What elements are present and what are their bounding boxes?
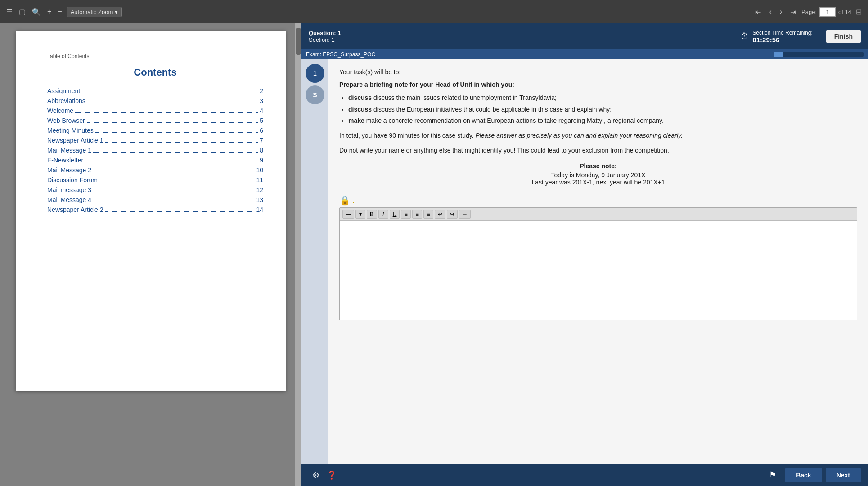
please-note-section: Please note: Today is Monday, 9 January … xyxy=(339,162,857,186)
editor-btn-redo[interactable]: ↪ xyxy=(447,210,458,219)
toc-item-13[interactable]: Newspaper Article 2 14 xyxy=(47,206,263,213)
toc-page: 11 xyxy=(256,176,263,184)
toc-page: 7 xyxy=(260,137,263,144)
timer-info: Section Time Remaining: 01:29:56 xyxy=(752,30,812,44)
page-total: of 14 xyxy=(838,9,851,15)
timer-value: 01:29:56 xyxy=(752,36,812,44)
toc-page: 14 xyxy=(256,206,263,213)
editor-content[interactable] xyxy=(340,221,857,320)
pdf-scrollbar-thumb[interactable] xyxy=(296,28,301,55)
toc-title: Web Browser xyxy=(47,117,85,124)
finish-button[interactable]: Finish xyxy=(826,30,861,43)
question-nav-1[interactable]: 1 xyxy=(306,64,324,83)
search-icon[interactable]: 🔍 xyxy=(30,6,43,18)
exam-timer: ⏱ Section Time Remaining: 01:29:56 xyxy=(741,30,812,44)
question-info: Question: 1 Section: 1 xyxy=(309,30,341,43)
first-page-button[interactable]: ⇤ xyxy=(752,6,764,18)
sidebar-toggle-icon[interactable]: ☰ xyxy=(4,6,14,18)
pdf-toolbar: ☰ ▢ 🔍 + − Automatic Zoom ▾ ⇤ ‹ › ⇥ Page:… xyxy=(0,0,868,23)
zoom-out-icon[interactable]: − xyxy=(56,6,63,18)
page-controls: ⇤ ‹ › ⇥ Page: of 14 ⊞ xyxy=(752,6,864,18)
next-button[interactable]: Next xyxy=(826,468,861,482)
toc-item-3[interactable]: Welcome 4 xyxy=(47,107,263,114)
toc-page: 5 xyxy=(260,117,263,124)
toc-item-9[interactable]: Mail Message 2 10 xyxy=(47,166,263,174)
question-nav-s[interactable]: S xyxy=(306,86,324,104)
toc-title: Newspaper Article 1 xyxy=(47,137,103,144)
toc-title: Abbreviations xyxy=(47,97,85,104)
exam-question-content: Your task(s) will be to: Prepare a brief… xyxy=(328,59,868,464)
answer-editor: — ▾ B I U ≡ ≡ ≡ ↩ ↪ → xyxy=(339,207,857,320)
toc-title: Newspaper Article 2 xyxy=(47,206,103,213)
page-label: Page: xyxy=(801,9,817,15)
pdf-scrollbar[interactable] xyxy=(295,23,301,486)
toc-title: Welcome xyxy=(47,107,73,114)
toc-item-10[interactable]: Discussion Forum 11 xyxy=(47,176,263,184)
exam-progress-bar xyxy=(774,52,864,57)
today-date: Today is Monday, 9 January 201X xyxy=(339,171,857,179)
zoom-label: Automatic Zoom xyxy=(71,9,113,15)
editor-btn-dash[interactable]: — xyxy=(342,210,354,219)
flag-icon[interactable]: ⚑ xyxy=(764,468,782,482)
editor-btn-undo[interactable]: ↩ xyxy=(435,210,445,219)
exam-bottom-bar: ⚙ ❓ ⚑ Back Next xyxy=(301,464,868,486)
view-toggle-icon[interactable]: ▢ xyxy=(17,6,27,18)
prev-page-button[interactable]: ‹ xyxy=(766,6,774,18)
toc-dots xyxy=(87,117,258,123)
editor-btn-dropdown[interactable]: ▾ xyxy=(355,210,365,219)
toc-title: Meeting Minutes xyxy=(47,127,94,134)
toc-item-4[interactable]: Web Browser 5 xyxy=(47,117,263,124)
toc-dots xyxy=(105,206,255,212)
task-list: discuss discuss the main issues related … xyxy=(348,94,857,126)
editor-btn-align-right[interactable]: ≡ xyxy=(423,210,433,219)
help-icon[interactable]: ❓ xyxy=(323,468,340,482)
toc-dots xyxy=(87,97,258,103)
toc-item-6[interactable]: Newspaper Article 1 7 xyxy=(47,137,263,144)
last-year: Last year was 201X-1, next year will be … xyxy=(339,179,857,186)
toc-item-11[interactable]: Mail message 3 12 xyxy=(47,186,263,194)
toc-item-12[interactable]: Mail Message 4 13 xyxy=(47,196,263,203)
toc-dots xyxy=(82,87,258,93)
task-note: In total, you have 90 minutes for this c… xyxy=(339,131,857,140)
toc-title: E-Newsletter xyxy=(47,157,83,164)
toc-page: 10 xyxy=(256,166,263,174)
task-bold-intro-text: Prepare a briefing note for your Head of… xyxy=(339,81,514,88)
editor-btn-align-center[interactable]: ≡ xyxy=(412,210,422,219)
back-button[interactable]: Back xyxy=(785,468,822,482)
toc-page: 13 xyxy=(256,196,263,203)
toc-item-7[interactable]: Mail Message 1 8 xyxy=(47,147,263,154)
task-intro-text: Your task(s) will be to: xyxy=(339,68,400,76)
task-bold-intro: Prepare a briefing note for your Head of… xyxy=(339,81,857,88)
toc-title: Discussion Forum xyxy=(47,176,98,184)
toc-title: Mail message 3 xyxy=(47,186,91,194)
answer-lock-area: 🔒 . xyxy=(339,195,857,206)
settings-icon[interactable]: ⚙ xyxy=(309,468,323,482)
toc-item-2[interactable]: Abbreviations 3 xyxy=(47,97,263,104)
editor-btn-underline[interactable]: U xyxy=(390,210,400,219)
task-bullet-2: discuss discuss the European initiatives… xyxy=(348,105,857,114)
toc-item-8[interactable]: E-Newsletter 9 xyxy=(47,157,263,164)
toc-page: 6 xyxy=(260,127,263,134)
main-content: Table of Contents Contents Assignment 2 … xyxy=(0,23,868,486)
toc-dots xyxy=(95,127,258,133)
zoom-in-icon[interactable]: + xyxy=(45,6,53,18)
question-label: Question: 1 xyxy=(309,30,341,36)
lock-icon: 🔒 xyxy=(339,195,351,206)
editor-btn-italic[interactable]: I xyxy=(378,210,388,219)
toc-dots xyxy=(93,147,258,153)
task-bullet-3: make make a concrete recommendation on w… xyxy=(348,117,857,126)
last-page-button[interactable]: ⇥ xyxy=(787,6,799,18)
contents-title: Contents xyxy=(47,67,263,78)
grid-view-icon[interactable]: ⊞ xyxy=(854,6,864,18)
toc-dots xyxy=(75,107,258,113)
page-input[interactable] xyxy=(819,7,836,17)
toc-item-1[interactable]: Assignment 2 xyxy=(47,87,263,94)
next-page-button[interactable]: › xyxy=(777,6,785,18)
editor-btn-arrow[interactable]: → xyxy=(459,210,471,219)
zoom-selector[interactable]: Automatic Zoom ▾ xyxy=(67,7,122,17)
exam-name: Exam: EPSO_Surpass_POC xyxy=(306,51,375,58)
toc-page: 8 xyxy=(260,147,263,154)
toc-item-5[interactable]: Meeting Minutes 6 xyxy=(47,127,263,134)
editor-btn-align-left[interactable]: ≡ xyxy=(401,210,411,219)
editor-btn-bold[interactable]: B xyxy=(367,210,377,219)
